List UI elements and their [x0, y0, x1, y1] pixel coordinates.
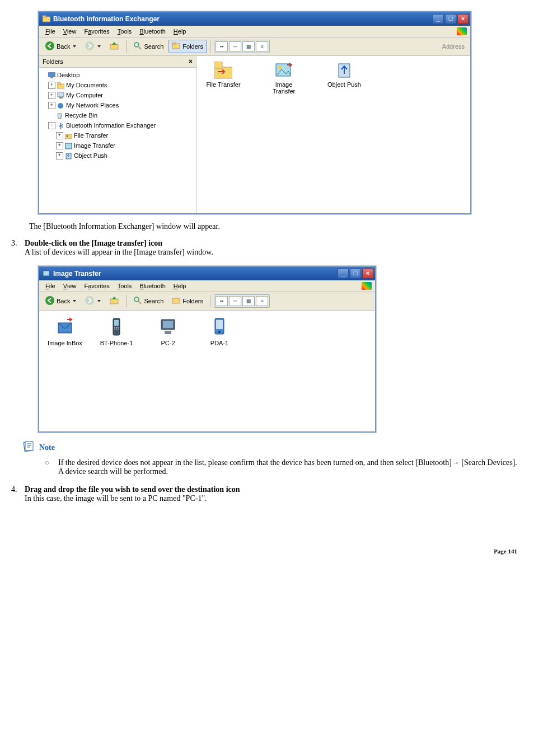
object-push-item[interactable]: Object Push [322, 62, 367, 88]
expand-icon[interactable]: + [56, 142, 63, 149]
folders-pane: Folders × Desktop + My Documents + My C [39, 56, 196, 213]
menu-favorites[interactable]: Favorites [80, 281, 113, 290]
menu-favorites[interactable]: Favorites [80, 27, 113, 36]
tree-object-push[interactable]: + Object Push [56, 151, 194, 161]
tree-recycle[interactable]: Recycle Bin [48, 110, 194, 120]
up-button[interactable] [106, 294, 123, 308]
menu-file[interactable]: File [41, 27, 59, 36]
step-3: 3. Double-click on the [Image transfer] … [11, 239, 523, 257]
device-list: Image InBox BT-Phone-1 PC-2 PDA-1 [39, 311, 375, 353]
step-3-desc: A list of devices will appear in the [Im… [25, 248, 213, 256]
windows-flag-icon [457, 27, 467, 35]
menu-view[interactable]: View [59, 27, 81, 36]
titlebar[interactable]: Image Transfer _ □ × [39, 267, 375, 280]
menu-help[interactable]: Help [170, 27, 190, 36]
folders-button[interactable]: Folders [168, 294, 207, 308]
bluetooth-icon [57, 122, 64, 129]
folders-pane-close[interactable]: × [189, 58, 193, 65]
note-icon [22, 440, 35, 455]
svg-point-15 [58, 103, 63, 109]
close-button[interactable]: × [457, 14, 469, 24]
menu-help[interactable]: Help [170, 281, 190, 290]
note-heading: Note [22, 440, 523, 455]
svg-point-19 [67, 144, 68, 145]
view-tiles-button[interactable]: ▫▫ [229, 296, 241, 306]
view-mode-buttons: ▪▪ ▫▫ ▦ ≡ [214, 40, 270, 53]
svg-rect-1 [43, 16, 46, 17]
view-list-button[interactable]: ≡ [256, 296, 268, 306]
minimize-button[interactable]: _ [433, 14, 444, 24]
device-image-inbox[interactable]: Image InBox [45, 317, 85, 346]
menu-tools[interactable]: Tools [114, 281, 136, 290]
expand-icon[interactable]: + [48, 102, 55, 109]
svg-line-32 [138, 301, 141, 304]
svg-point-24 [279, 66, 282, 69]
folders-button[interactable]: Folders [168, 40, 207, 53]
up-button[interactable] [106, 39, 123, 54]
menu-view[interactable]: View [59, 281, 81, 290]
expand-icon[interactable]: + [48, 92, 55, 99]
device-pda-1[interactable]: PDA-1 [199, 317, 240, 346]
view-tiles-button[interactable]: ▫▫ [229, 41, 241, 51]
dropdown-icon [73, 45, 76, 48]
image-transfer-window: Image Transfer _ □ × File View Favorites… [38, 266, 376, 433]
tree-mycomp[interactable]: + My Computer [48, 90, 194, 100]
collapse-icon[interactable]: − [48, 122, 55, 129]
file-transfer-icon [214, 62, 232, 79]
menu-bluetooth[interactable]: Bluetooth [135, 27, 170, 36]
svg-rect-30 [110, 299, 118, 304]
expand-icon[interactable]: + [56, 132, 63, 139]
search-icon [133, 296, 142, 306]
search-button[interactable]: Search [130, 40, 167, 53]
tree-mydocs[interactable]: + My Documents [48, 80, 194, 90]
svg-rect-47 [216, 320, 223, 329]
file-transfer-item[interactable]: File Transfer [201, 62, 246, 88]
minimize-button[interactable]: _ [338, 269, 349, 279]
device-pc-2[interactable]: PC-2 [148, 317, 188, 346]
svg-rect-13 [58, 92, 64, 97]
search-button[interactable]: Search [130, 294, 167, 308]
svg-rect-14 [59, 97, 63, 98]
svg-rect-40 [114, 328, 115, 330]
view-icons-button[interactable]: ▦ [242, 296, 255, 306]
view-list-button[interactable]: ≡ [256, 41, 268, 51]
close-button[interactable]: × [362, 269, 373, 279]
svg-point-29 [85, 296, 94, 305]
tree-image-transfer[interactable]: + Image Transfer [56, 140, 194, 151]
tree-bluetooth-exchanger[interactable]: − Bluetooth Information Exchanger [48, 120, 194, 130]
device-bt-phone-1[interactable]: BT-Phone-1 [96, 317, 137, 346]
pda-icon [210, 317, 228, 337]
maximize-button[interactable]: □ [445, 14, 456, 24]
tree-desktop[interactable]: Desktop [40, 70, 194, 80]
view-thumb-button[interactable]: ▪▪ [216, 296, 228, 306]
svg-rect-10 [50, 77, 53, 78]
back-button[interactable]: Back [41, 39, 79, 54]
caption-text: The [Bluetooth Information Exchanger] wi… [29, 222, 523, 231]
svg-rect-38 [116, 327, 117, 328]
expand-icon[interactable]: + [56, 152, 63, 159]
image-transfer-item[interactable]: Image Transfer [261, 62, 306, 95]
up-folder-icon [109, 41, 119, 52]
svg-rect-42 [118, 328, 119, 330]
address-label[interactable]: Address [439, 42, 468, 51]
menu-bluetooth[interactable]: Bluetooth [135, 281, 170, 290]
back-button[interactable]: Back [41, 294, 79, 308]
menu-file[interactable]: File [41, 281, 59, 290]
view-thumb-button[interactable]: ▪▪ [216, 41, 228, 51]
menu-tools[interactable]: Tools [114, 27, 136, 36]
tree-file-transfer[interactable]: + File Transfer [56, 130, 194, 140]
menubar: File View Favorites Tools Bluetooth Help [39, 280, 375, 292]
image-transfer-icon [43, 270, 50, 278]
inbox-icon [56, 317, 74, 337]
forward-button[interactable] [81, 294, 104, 308]
forward-button[interactable] [81, 39, 104, 54]
tree-mynet[interactable]: + My Network Places [48, 100, 194, 110]
maximize-button[interactable]: □ [350, 269, 361, 279]
view-icons-button[interactable]: ▦ [242, 41, 255, 51]
folders-icon [172, 41, 181, 51]
computer-icon [57, 92, 64, 98]
expand-icon[interactable]: + [48, 82, 55, 89]
titlebar[interactable]: Bluetooth Information Exchanger _ □ × [39, 12, 470, 26]
svg-rect-26 [43, 271, 49, 276]
svg-rect-39 [118, 327, 119, 328]
